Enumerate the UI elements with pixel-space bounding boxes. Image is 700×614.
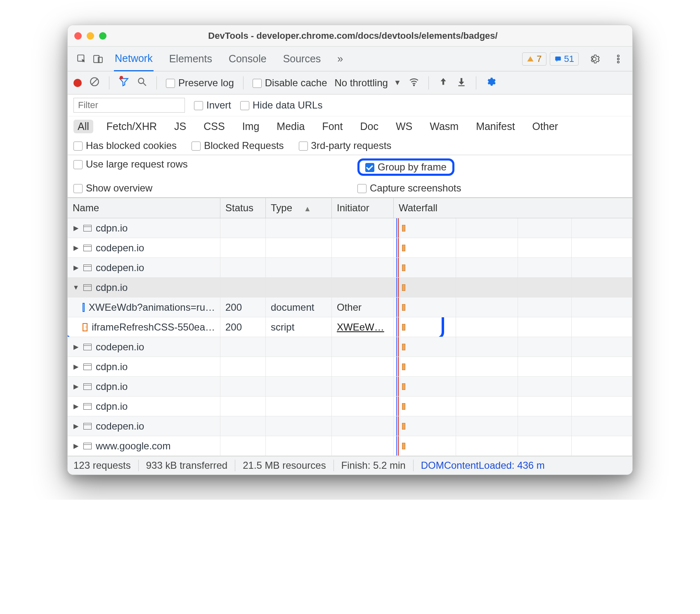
row-type bbox=[266, 258, 332, 277]
kebab-menu-icon[interactable] bbox=[610, 51, 627, 67]
filter-media[interactable]: Media bbox=[272, 120, 309, 133]
row-waterfall bbox=[394, 377, 632, 396]
filter-wasm[interactable]: Wasm bbox=[426, 120, 463, 133]
chevron-right-icon[interactable]: ▶ bbox=[73, 402, 79, 410]
third-party-checkbox[interactable]: 3rd-party requests bbox=[299, 140, 392, 151]
filter-input[interactable] bbox=[73, 98, 185, 113]
minimize-window[interactable] bbox=[87, 32, 94, 40]
footer-finish: Finish: 5.2 min bbox=[341, 460, 406, 471]
filter-img[interactable]: Img bbox=[238, 120, 264, 133]
settings-gear-icon[interactable] bbox=[586, 51, 603, 67]
row-name: cdpn.io bbox=[96, 401, 128, 412]
col-name[interactable]: Name bbox=[68, 198, 220, 218]
filter-font[interactable]: Font bbox=[318, 120, 347, 133]
has-blocked-cookies-label: Has blocked cookies bbox=[86, 140, 177, 151]
frame-group-row[interactable]: ▶codepen.io bbox=[68, 238, 632, 258]
row-status bbox=[220, 397, 266, 416]
invert-checkbox[interactable]: Invert bbox=[194, 99, 231, 111]
request-row[interactable]: iframeRefreshCSS-550ea…200scriptXWEeW… bbox=[68, 317, 632, 337]
frame-icon bbox=[83, 284, 92, 291]
throttling-label: No throttling bbox=[334, 77, 388, 89]
throttling-select[interactable]: No throttling ▼ bbox=[334, 77, 401, 89]
resource-type-filters: All Fetch/XHR JS CSS Img Media Font Doc … bbox=[68, 116, 632, 137]
device-toolbar-icon[interactable] bbox=[90, 51, 106, 67]
disable-cache-checkbox[interactable]: Disable cache bbox=[253, 77, 327, 89]
col-initiator[interactable]: Initiator bbox=[332, 198, 394, 218]
footer-resources: 21.5 MB resources bbox=[243, 460, 326, 471]
frame-group-row[interactable]: ▶www.google.com bbox=[68, 436, 632, 456]
chevron-right-icon[interactable]: ▶ bbox=[73, 224, 79, 232]
search-icon[interactable] bbox=[137, 76, 147, 90]
filter-doc[interactable]: Doc bbox=[356, 120, 382, 133]
frame-group-row[interactable]: ▶cdpn.io bbox=[68, 397, 632, 416]
network-settings-gear-icon[interactable] bbox=[485, 76, 496, 90]
has-blocked-cookies-checkbox[interactable]: Has blocked cookies bbox=[73, 140, 177, 151]
show-overview-checkbox[interactable]: Show overview bbox=[73, 182, 152, 194]
preserve-log-checkbox[interactable]: Preserve log bbox=[166, 77, 234, 89]
warnings-badge[interactable]: 7 bbox=[522, 52, 546, 66]
chevron-right-icon[interactable]: ▶ bbox=[73, 363, 79, 371]
request-row[interactable]: XWEeWdb?animations=ru…200documentOther bbox=[68, 298, 632, 317]
options-row-2: Use large request rows Group by frame bbox=[68, 155, 632, 179]
frame-group-row[interactable]: ▶codepen.io bbox=[68, 337, 632, 357]
chevron-right-icon[interactable]: ▶ bbox=[73, 244, 79, 252]
large-rows-checkbox[interactable]: Use large request rows bbox=[73, 158, 188, 170]
invert-label: Invert bbox=[206, 99, 231, 111]
frame-icon bbox=[83, 403, 92, 410]
chevron-right-icon[interactable]: ▶ bbox=[73, 343, 79, 351]
filter-fetch[interactable]: Fetch/XHR bbox=[102, 120, 161, 133]
row-initiator bbox=[332, 337, 394, 357]
tab-elements[interactable]: Elements bbox=[168, 47, 213, 71]
tab-network[interactable]: Network bbox=[114, 47, 154, 71]
hide-data-urls-checkbox[interactable]: Hide data URLs bbox=[240, 99, 322, 111]
filter-manifest[interactable]: Manifest bbox=[472, 120, 519, 133]
filter-toggle-icon[interactable] bbox=[118, 76, 129, 90]
row-initiator bbox=[332, 377, 394, 396]
blocked-requests-checkbox[interactable]: Blocked Requests bbox=[192, 140, 284, 151]
col-status[interactable]: Status bbox=[220, 198, 266, 218]
col-waterfall[interactable]: Waterfall bbox=[394, 198, 632, 218]
row-waterfall bbox=[394, 397, 632, 416]
frame-group-row[interactable]: ▶cdpn.io bbox=[68, 377, 632, 397]
close-window[interactable] bbox=[74, 32, 82, 40]
filter-other[interactable]: Other bbox=[528, 120, 563, 133]
frame-group-row[interactable]: ▼cdpn.io bbox=[68, 278, 632, 298]
row-status bbox=[220, 238, 266, 257]
frame-group-row[interactable]: ▶cdpn.io bbox=[68, 218, 632, 238]
chevron-right-icon[interactable]: ▶ bbox=[73, 383, 79, 390]
chevron-right-icon[interactable]: ▶ bbox=[73, 422, 79, 430]
filter-all[interactable]: All bbox=[73, 120, 93, 133]
maximize-window[interactable] bbox=[99, 32, 106, 40]
filter-js[interactable]: JS bbox=[170, 120, 190, 133]
row-name: cdpn.io bbox=[96, 282, 128, 293]
tab-sources[interactable]: Sources bbox=[282, 47, 322, 71]
row-waterfall bbox=[394, 436, 632, 456]
main-tabs: Network Elements Console Sources » 7 51 bbox=[68, 47, 632, 71]
chevron-down-icon[interactable]: ▼ bbox=[73, 284, 79, 291]
svg-point-5 bbox=[617, 58, 619, 59]
filter-ws[interactable]: WS bbox=[392, 120, 416, 133]
frame-group-row[interactable]: ▶codepen.io bbox=[68, 258, 632, 278]
disable-cache-label: Disable cache bbox=[265, 77, 327, 88]
record-button[interactable] bbox=[73, 79, 82, 87]
filter-css[interactable]: CSS bbox=[199, 120, 229, 133]
row-initiator[interactable]: XWEeW… bbox=[332, 317, 394, 337]
group-by-frame-checkbox[interactable]: Group by frame bbox=[365, 161, 447, 172]
frame-group-row[interactable]: ▶codepen.io bbox=[68, 416, 632, 436]
inspect-element-icon[interactable] bbox=[73, 51, 90, 67]
chevron-right-icon[interactable]: ▶ bbox=[73, 264, 79, 272]
col-type[interactable]: Type▲ bbox=[266, 198, 332, 218]
upload-har-icon[interactable] bbox=[438, 76, 449, 90]
messages-badge[interactable]: 51 bbox=[550, 52, 579, 66]
svg-rect-11 bbox=[458, 85, 464, 86]
chevron-right-icon[interactable]: ▶ bbox=[73, 442, 79, 450]
download-har-icon[interactable] bbox=[456, 76, 467, 90]
capture-screenshots-checkbox[interactable]: Capture screenshots bbox=[357, 182, 461, 194]
tab-console[interactable]: Console bbox=[228, 47, 267, 71]
clear-button[interactable] bbox=[89, 76, 100, 90]
tab-more[interactable]: » bbox=[336, 47, 344, 71]
titlebar: DevTools - developer.chrome.com/docs/dev… bbox=[68, 25, 632, 47]
frame-group-row[interactable]: ▶cdpn.io bbox=[68, 357, 632, 377]
row-type bbox=[266, 377, 332, 396]
network-conditions-icon[interactable] bbox=[409, 76, 419, 90]
